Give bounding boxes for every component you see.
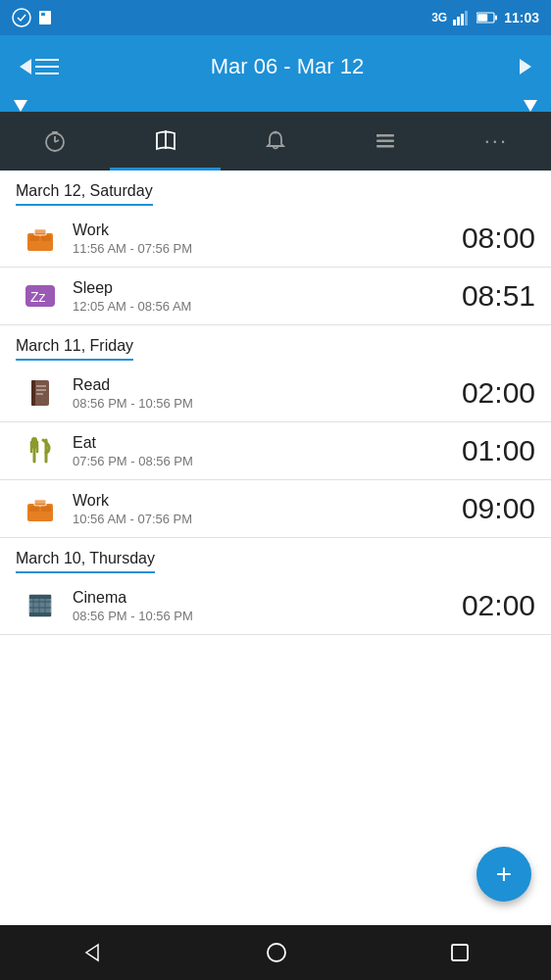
signal-icon bbox=[453, 10, 471, 25]
entry-icon-read bbox=[16, 374, 65, 412]
menu-button[interactable] bbox=[35, 59, 59, 74]
battery-icon bbox=[476, 12, 498, 24]
svg-rect-47 bbox=[29, 506, 39, 512]
entry-row-work-1[interactable]: Work11:56 AM - 07:56 PM08:00 bbox=[0, 210, 551, 268]
add-entry-button[interactable]: + bbox=[476, 847, 531, 902]
entry-info-work-1: Work11:56 AM - 07:56 PM bbox=[65, 221, 457, 256]
entry-row-eat-1[interactable]: Eat07:56 PM - 08:56 PM01:00 bbox=[0, 422, 551, 480]
svg-point-59 bbox=[268, 944, 285, 961]
tab-stopwatch[interactable] bbox=[0, 112, 110, 171]
section-1: March 11, Friday Read08:56 PM - 10:56 PM… bbox=[0, 325, 551, 538]
date-header-1: March 11, Friday bbox=[0, 325, 551, 365]
entry-icon-cinema bbox=[16, 587, 65, 624]
header-title: Mar 06 - Mar 12 bbox=[59, 54, 516, 79]
svg-rect-28 bbox=[29, 235, 39, 241]
svg-rect-6 bbox=[465, 11, 468, 25]
entry-row-cinema-1[interactable]: Cinema08:56 PM - 10:56 PM02:00 bbox=[0, 577, 551, 635]
entry-duration-work-2: 09:00 bbox=[457, 492, 535, 525]
entry-time-read-1: 08:56 PM - 10:56 PM bbox=[73, 396, 457, 411]
entry-duration-read-1: 02:00 bbox=[457, 376, 535, 410]
entry-icon-sleep: Zz bbox=[16, 277, 65, 315]
svg-rect-23 bbox=[376, 134, 379, 137]
entry-name-read-1: Read bbox=[73, 376, 457, 394]
entry-row-sleep-1[interactable]: Zz Sleep12:05 AM - 08:56 AM08:51 bbox=[0, 268, 551, 325]
date-text-2: March 10, Thursday bbox=[16, 550, 155, 573]
svg-rect-60 bbox=[452, 945, 468, 960]
entry-duration-sleep-1: 08:51 bbox=[457, 279, 535, 313]
content-area: March 12, Saturday Work11:56 AM - 07:56 … bbox=[0, 171, 551, 939]
entry-duration-work-1: 08:00 bbox=[457, 221, 535, 255]
svg-rect-9 bbox=[477, 14, 487, 22]
home-button[interactable] bbox=[265, 941, 288, 964]
entry-info-eat-1: Eat07:56 PM - 08:56 PM bbox=[65, 434, 457, 468]
entry-row-read-1[interactable]: Read08:56 PM - 10:56 PM02:00 bbox=[0, 365, 551, 422]
sim-icon bbox=[37, 10, 53, 25]
status-bar: 3G 11:03 bbox=[0, 0, 551, 35]
entry-info-cinema-1: Cinema08:56 PM - 10:56 PM bbox=[65, 589, 457, 623]
header: Mar 06 - Mar 12 bbox=[0, 35, 551, 98]
entry-icon-eat bbox=[16, 432, 65, 469]
svg-marker-11 bbox=[520, 59, 531, 74]
svg-rect-4 bbox=[457, 17, 460, 25]
date-header-0: March 12, Saturday bbox=[0, 171, 551, 210]
entry-duration-eat-1: 01:00 bbox=[457, 434, 535, 467]
next-week-arrow[interactable] bbox=[516, 57, 535, 76]
entry-time-work-2: 10:56 AM - 07:56 PM bbox=[73, 512, 457, 526]
svg-point-19 bbox=[275, 131, 277, 134]
entry-time-eat-1: 07:56 PM - 08:56 PM bbox=[73, 454, 457, 468]
header-indicators bbox=[0, 98, 551, 112]
tab-more[interactable]: ··· bbox=[441, 112, 551, 171]
time-display: 11:03 bbox=[504, 10, 539, 25]
svg-marker-10 bbox=[20, 59, 31, 74]
status-right-icons: 3G 11:03 bbox=[431, 10, 539, 25]
svg-rect-8 bbox=[495, 16, 497, 21]
bottom-navigation bbox=[0, 925, 551, 980]
recent-apps-button[interactable] bbox=[449, 942, 471, 963]
check-circle-icon bbox=[12, 8, 31, 27]
entry-icon-work bbox=[16, 490, 65, 527]
svg-rect-30 bbox=[34, 230, 46, 233]
entry-info-read-1: Read08:56 PM - 10:56 PM bbox=[65, 376, 457, 411]
svg-marker-58 bbox=[86, 945, 98, 960]
nav-tabs: ··· bbox=[0, 112, 551, 171]
prev-week-arrow[interactable] bbox=[16, 57, 35, 76]
svg-rect-17 bbox=[52, 131, 58, 133]
entry-info-sleep-1: Sleep12:05 AM - 08:56 AM bbox=[65, 279, 457, 314]
svg-marker-13 bbox=[524, 100, 537, 112]
entry-time-cinema-1: 08:56 PM - 10:56 PM bbox=[73, 609, 457, 623]
entry-name-cinema-1: Cinema bbox=[73, 589, 457, 607]
network-label: 3G bbox=[431, 11, 447, 24]
entry-time-work-1: 11:56 AM - 07:56 PM bbox=[73, 241, 457, 256]
svg-rect-1 bbox=[39, 11, 51, 24]
section-2: March 10, Thursday Cinema08:56 PM - 10:5… bbox=[0, 538, 551, 635]
tab-reminder[interactable] bbox=[221, 112, 330, 171]
entry-name-work-2: Work bbox=[73, 492, 457, 510]
fab-icon: + bbox=[496, 858, 512, 890]
svg-point-0 bbox=[13, 9, 30, 26]
entry-icon-work bbox=[16, 220, 65, 257]
entry-name-eat-1: Eat bbox=[73, 434, 457, 452]
svg-rect-3 bbox=[453, 20, 456, 25]
left-indicator bbox=[14, 100, 27, 112]
entry-row-work-2[interactable]: Work10:56 AM - 07:56 PM09:00 bbox=[0, 480, 551, 538]
date-text-1: March 11, Friday bbox=[16, 337, 133, 361]
tab-log[interactable] bbox=[110, 112, 220, 171]
svg-text:Zz: Zz bbox=[30, 289, 46, 305]
svg-rect-21 bbox=[376, 140, 394, 143]
svg-rect-48 bbox=[41, 506, 51, 512]
svg-marker-12 bbox=[14, 100, 27, 112]
status-left-icons bbox=[12, 8, 53, 27]
svg-rect-5 bbox=[461, 14, 464, 25]
section-0: March 12, Saturday Work11:56 AM - 07:56 … bbox=[0, 171, 551, 325]
svg-rect-49 bbox=[34, 501, 46, 504]
entry-name-work-1: Work bbox=[73, 221, 457, 239]
tab-list[interactable] bbox=[330, 112, 440, 171]
entry-duration-cinema-1: 02:00 bbox=[457, 589, 535, 622]
back-button[interactable] bbox=[80, 941, 104, 964]
right-indicator bbox=[524, 100, 537, 112]
date-header-2: March 10, Thursday bbox=[0, 538, 551, 577]
date-text-0: March 12, Saturday bbox=[16, 182, 153, 206]
svg-rect-34 bbox=[31, 380, 35, 406]
svg-rect-29 bbox=[41, 235, 51, 241]
entry-time-sleep-1: 12:05 AM - 08:56 AM bbox=[73, 299, 457, 314]
